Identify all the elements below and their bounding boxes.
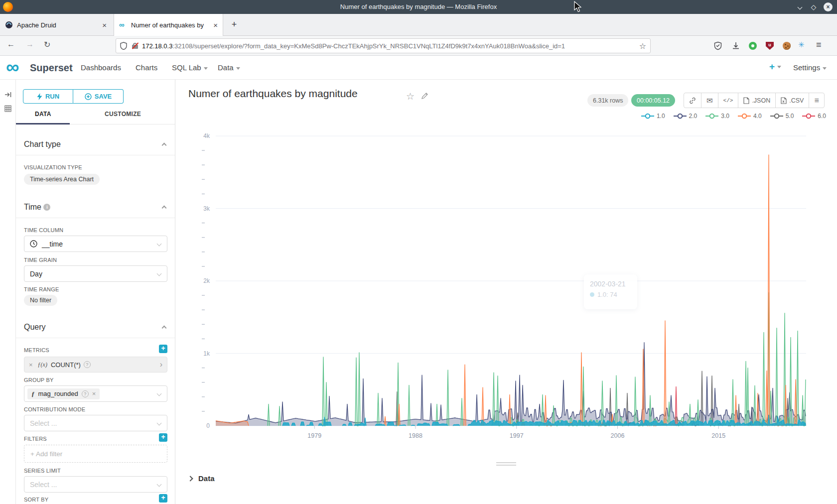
groupby-pill[interactable]: ƒ mag_rounded ? ×	[27, 388, 100, 399]
tab-apache-druid[interactable]: Apache Druid ×	[0, 14, 112, 36]
ublock-extension-icon[interactable]: u	[766, 42, 774, 50]
collapse-chevron-icon[interactable]	[162, 326, 167, 331]
tab-customize[interactable]: CUSTOMIZE	[105, 111, 141, 118]
forward-button[interactable]: →	[26, 40, 34, 49]
save-button[interactable]: SAVE	[73, 89, 124, 104]
settings-menu[interactable]: Settings	[793, 63, 827, 72]
reload-button[interactable]: ↻	[44, 40, 50, 49]
time-range-value[interactable]: No filter	[24, 295, 57, 306]
tooltip-value: 1.0: 74	[597, 291, 617, 298]
section-query[interactable]: Query	[24, 323, 46, 332]
pocket-shield-icon[interactable]	[713, 41, 722, 50]
legend-label: 6.0	[818, 113, 826, 120]
tab-superset-chart[interactable]: ∞ Numer of earthquakes by ×	[114, 14, 223, 36]
tooltip-date: 2002-03-21	[590, 280, 631, 288]
viz-type-value[interactable]: Time-series Area Chart	[24, 174, 100, 185]
timeseries-area-chart[interactable]: 01k2k3k4k19791988199720062015	[176, 125, 837, 448]
window-maximize-button[interactable]: ◇	[809, 2, 818, 11]
remove-metric-icon[interactable]: ×	[29, 361, 33, 369]
embed-code-button[interactable]: </>	[718, 93, 739, 108]
tab-close-icon[interactable]: ×	[213, 21, 218, 29]
series-limit-label: SERIES LIMIT	[24, 468, 61, 474]
add-filter-plus-button[interactable]: +	[159, 433, 167, 442]
chevron-down-icon	[204, 67, 208, 70]
data-panel-title: Data	[198, 474, 215, 483]
chart-tooltip: 2002-03-21 1.0: 74	[584, 274, 637, 309]
add-new-button[interactable]: +	[769, 61, 781, 72]
url-bar[interactable]: 172.18.0.3:32108/superset/explore/?form_…	[116, 38, 651, 53]
export-csv-button[interactable]: .CSV	[776, 93, 809, 108]
back-button[interactable]: ←	[7, 40, 15, 49]
hamburger-icon: ≡	[814, 96, 819, 105]
menu-hamburger-icon[interactable]: ≡	[816, 40, 825, 49]
tab-close-icon[interactable]: ×	[102, 21, 107, 29]
cookie-extension-icon[interactable]	[783, 42, 791, 50]
export-json-button[interactable]: .JSON	[738, 93, 776, 108]
email-button[interactable]: ✉	[701, 93, 718, 108]
window-titlebar: Numer of earthquakes by magnitude — Mozi…	[0, 0, 837, 14]
chevron-down-icon	[777, 66, 781, 68]
expand-panel-icon[interactable]	[4, 91, 12, 99]
downloads-icon[interactable]	[731, 41, 740, 50]
groupby-select[interactable]: ƒ mag_rounded ? ×	[24, 385, 167, 402]
legend-item-5.0[interactable]: 5.0	[770, 113, 794, 120]
expand-metric-caret[interactable]: ›	[160, 360, 162, 369]
add-metric-button[interactable]: +	[159, 345, 167, 353]
ghostery-extension-icon[interactable]	[749, 42, 757, 50]
data-panel-header[interactable]: Data	[188, 474, 215, 483]
section-chart-type[interactable]: Chart type	[24, 140, 61, 149]
bookmark-star-icon[interactable]: ☆	[639, 41, 646, 51]
info-icon: i	[43, 204, 50, 211]
superset-logo-icon[interactable]: ∞	[6, 57, 18, 78]
nav-dashboards[interactable]: Dashboards	[81, 63, 121, 72]
legend-item-6.0[interactable]: 6.0	[802, 113, 826, 120]
legend-item-4.0[interactable]: 4.0	[738, 113, 762, 120]
time-column-select[interactable]: __time	[24, 236, 167, 252]
add-filter-box[interactable]: + Add filter	[24, 445, 167, 463]
legend-item-1.0[interactable]: 1.0	[641, 113, 665, 120]
section-time[interactable]: Time i	[24, 203, 50, 212]
code-icon: </>	[723, 98, 733, 104]
legend-label: 4.0	[753, 113, 762, 120]
series-limit-select[interactable]: Select ...	[24, 476, 167, 493]
contribution-select[interactable]: Select ...	[24, 415, 167, 431]
window-close-button[interactable]: ×	[824, 2, 833, 11]
extension-asterisk-icon[interactable]: ✳	[798, 40, 807, 49]
file-icon	[743, 97, 749, 104]
chevron-down-icon	[157, 271, 162, 276]
svg-text:3k: 3k	[203, 205, 210, 212]
legend-item-3.0[interactable]: 3.0	[705, 113, 729, 120]
remove-groupby-icon[interactable]: ×	[92, 390, 96, 397]
collapse-chevron-icon[interactable]	[162, 206, 167, 211]
chevron-down-icon	[157, 242, 162, 247]
metric-pill[interactable]: × ƒ(x) COUNT(*) ? ›	[24, 357, 167, 373]
svg-text:1997: 1997	[510, 432, 524, 439]
new-tab-button[interactable]: +	[228, 19, 240, 31]
tab-label: Apache Druid	[17, 21, 56, 29]
tracking-shield-icon[interactable]	[120, 42, 127, 50]
nav-charts[interactable]: Charts	[136, 63, 157, 72]
tab-data[interactable]: DATA	[35, 111, 51, 118]
favorite-star-icon[interactable]: ☆	[406, 91, 415, 102]
insecure-lock-icon[interactable]	[132, 43, 138, 49]
collapse-chevron-icon[interactable]	[162, 143, 167, 148]
legend-item-2.0[interactable]: 2.0	[674, 113, 698, 120]
chevron-down-icon	[157, 391, 162, 396]
nav-sql-lab[interactable]: SQL Lab	[172, 63, 208, 72]
nav-data[interactable]: Data	[218, 63, 240, 72]
superset-brand[interactable]: Superset	[30, 62, 73, 74]
edit-pencil-icon[interactable]	[421, 92, 428, 100]
chevron-down-icon	[157, 421, 162, 426]
more-menu-button[interactable]: ≡	[809, 93, 824, 108]
chevron-down-icon	[823, 67, 827, 70]
run-button[interactable]: RUN	[23, 89, 73, 104]
pane-resize-handle[interactable]	[496, 462, 516, 467]
time-grain-select[interactable]: Day	[24, 265, 167, 282]
dataset-grid-icon[interactable]	[4, 105, 12, 113]
svg-text:4k: 4k	[203, 132, 210, 139]
legend-marker-icon	[705, 113, 718, 119]
file-x-icon	[781, 97, 787, 104]
window-minimize-button[interactable]	[795, 2, 804, 11]
add-sort-button[interactable]: +	[159, 494, 167, 503]
copy-link-button[interactable]	[684, 93, 701, 108]
